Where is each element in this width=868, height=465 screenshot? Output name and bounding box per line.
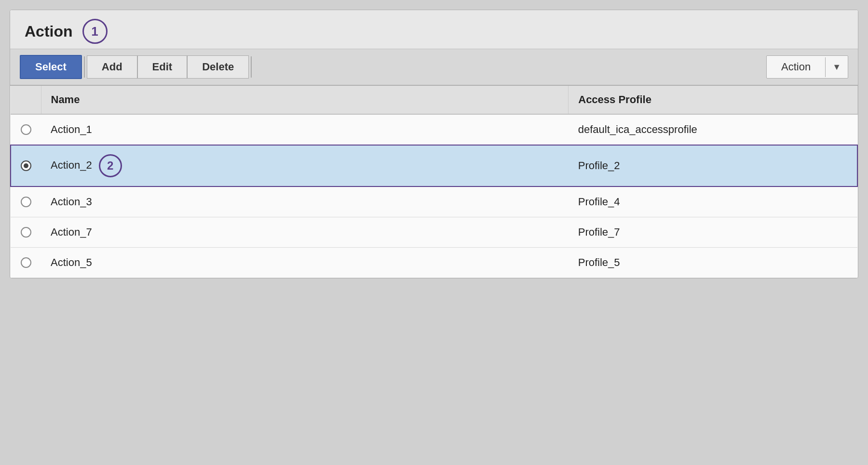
name-cell: Action_7	[41, 217, 569, 248]
col-header-access-profile: Access Profile	[569, 86, 857, 114]
name-cell: Action_3	[41, 186, 569, 217]
col-header-select	[11, 86, 41, 114]
action-dropdown-label: Action	[767, 56, 825, 78]
delete-button[interactable]: Delete	[187, 55, 249, 79]
toolbar: Select Add Edit Delete Action ▼	[10, 49, 858, 86]
access-profile-cell: Profile_7	[569, 217, 857, 248]
dropdown-arrow-icon: ▼	[825, 57, 848, 77]
radio-cell[interactable]	[11, 248, 41, 278]
select-button[interactable]: Select	[20, 55, 82, 79]
panel-title: Action	[25, 23, 73, 40]
radio-cell[interactable]	[11, 145, 41, 186]
badge-1: 1	[82, 19, 108, 44]
radio-button[interactable]	[21, 257, 31, 268]
radio-cell[interactable]	[11, 114, 41, 145]
data-table: Name Access Profile Action_1default_ica_…	[10, 86, 858, 278]
edit-button[interactable]: Edit	[137, 55, 188, 79]
access-profile-cell: Profile_2	[569, 145, 857, 186]
access-profile-cell: Profile_4	[569, 186, 857, 217]
action-dropdown[interactable]: Action ▼	[766, 55, 848, 79]
row-badge: 2	[99, 154, 122, 177]
table-row[interactable]: Action_1default_ica_accessprofile	[11, 114, 857, 145]
radio-button[interactable]	[21, 124, 31, 135]
access-profile-cell: default_ica_accessprofile	[569, 114, 857, 145]
radio-button[interactable]	[21, 227, 31, 238]
radio-button[interactable]	[21, 197, 31, 207]
col-header-name: Name	[41, 86, 569, 114]
panel-header: Action 1	[10, 10, 858, 49]
table-row[interactable]: Action_3Profile_4	[11, 186, 857, 217]
radio-cell[interactable]	[11, 186, 41, 217]
name-cell: Action_22	[41, 145, 569, 186]
main-panel: Action 1 Select Add Edit Delete Action ▼…	[10, 10, 858, 279]
toolbar-divider	[84, 56, 85, 78]
table-row[interactable]: Action_22Profile_2	[11, 145, 857, 186]
table-header-row: Name Access Profile	[11, 86, 857, 114]
access-profile-cell: Profile_5	[569, 248, 857, 278]
radio-cell[interactable]	[11, 217, 41, 248]
radio-button[interactable]	[21, 160, 31, 171]
name-cell: Action_1	[41, 114, 569, 145]
add-button[interactable]: Add	[87, 55, 137, 79]
table-row[interactable]: Action_5Profile_5	[11, 248, 857, 278]
name-cell: Action_5	[41, 248, 569, 278]
table-row[interactable]: Action_7Profile_7	[11, 217, 857, 248]
toolbar-divider-2	[251, 56, 252, 78]
